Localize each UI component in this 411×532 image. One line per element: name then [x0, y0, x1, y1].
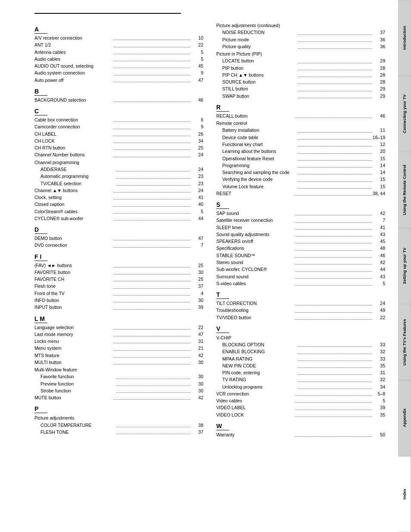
entry-name: LOCATE button: [216, 57, 298, 64]
index-entry: Clock, setting41: [34, 194, 203, 201]
entry-dots: [113, 49, 190, 54]
entry-dots: [116, 173, 190, 178]
entry-page: 9: [190, 123, 203, 130]
entry-page: 11: [372, 127, 385, 134]
entry-dots: [295, 245, 372, 250]
entry-dots: [298, 169, 372, 174]
entry-page: 28: [372, 72, 385, 78]
sidebar-tab-setting-up-your-tv[interactable]: Setting up your TV: [398, 228, 411, 304]
index-entry: LOCATE button29: [216, 57, 385, 64]
entry-name: Channel Number buttons: [34, 151, 113, 158]
sidebar-tabs: IntroductionConnecting your TVUsing the …: [398, 0, 411, 532]
entry-dots: [113, 262, 190, 268]
entry-dots: [295, 238, 372, 243]
entry-name: A/V receiver connection: [34, 34, 113, 41]
index-entry: Picture quality36: [216, 43, 385, 50]
entry-dots: [295, 390, 372, 396]
entry-name: TV/VIDEO button: [216, 314, 295, 321]
entry-name: S-video cables: [216, 280, 295, 287]
index-entry: ENABLE BLOCKING32: [216, 348, 385, 355]
entry-page: 37: [372, 29, 385, 36]
entry-page: 29: [372, 85, 385, 92]
entry-page: 5: [190, 49, 203, 56]
entry-name: Satellite receiver connection: [216, 217, 295, 224]
index-entry: Closed caption40: [34, 201, 203, 208]
index-entry: CH LOCK34: [34, 137, 203, 144]
entry-page: 36: [372, 36, 385, 43]
entry-page: 35: [372, 362, 385, 369]
entry-name: Camcorder connection: [34, 123, 113, 130]
entry-name: MUTE button: [34, 394, 113, 401]
entry-name: NOISE REDUCTION: [216, 29, 298, 36]
entry-page: 32: [372, 376, 385, 383]
section-letter-c: C: [34, 108, 47, 115]
entry-name: CYCLONE® sub-woofer: [34, 215, 113, 222]
entry-name: SWAP button: [216, 93, 298, 100]
index-entry: Programming14: [216, 162, 385, 169]
entry-dots: [113, 77, 190, 82]
index-entry: FLESH TONE37: [34, 429, 203, 436]
entry-name: SOURCE button: [216, 78, 298, 85]
entry-page: 42: [190, 394, 203, 401]
entry-page: 46: [372, 112, 385, 119]
entry-page: 45: [190, 62, 203, 69]
entry-dots: [295, 224, 372, 230]
index-entry: NEW PIN CODE35: [216, 362, 385, 369]
left-column: AA/V receiver connection10ANT 1/222Anten…: [34, 22, 203, 438]
sidebar-tab-using-the-remote-control[interactable]: Using the Remote Control: [398, 152, 411, 228]
index-entry: Preview function30: [34, 380, 203, 387]
index-entry: ANT 1/222: [34, 41, 203, 48]
entry-page: 38: [190, 422, 203, 429]
index-entry: Operational feature Reset15: [216, 155, 385, 162]
entry-name: ADD/ERASE: [34, 166, 116, 173]
entry-page: 45: [372, 238, 385, 245]
entry-dots: [295, 314, 372, 320]
sidebar-tab-appendix[interactable]: Appendix: [398, 380, 411, 456]
index-entry: Favorite function30: [34, 373, 203, 380]
index-entry: INFO button30: [34, 297, 203, 304]
entry-page: 32: [372, 348, 385, 355]
index-entry: DVD connection7: [34, 242, 203, 249]
entry-name: Video cables: [216, 397, 295, 404]
entry-name: MPAA RATING: [216, 355, 298, 362]
entry-dots: [113, 235, 190, 240]
entry-page: 39: [190, 304, 203, 311]
sidebar-tab-using-the-tv's-features[interactable]: Using the TV's Features: [398, 304, 411, 380]
entry-name: TV RATING: [216, 376, 298, 383]
entry-page: 14: [372, 162, 385, 169]
entry-page: 42: [372, 259, 385, 266]
index-entry: Device code table16–19: [216, 134, 385, 141]
entry-page: 31: [372, 369, 385, 376]
entry-name: NEW PIN CODE: [216, 362, 298, 369]
entry-page: 12: [372, 141, 385, 148]
section-letter-r: R: [216, 104, 229, 112]
index-entry: A/V receiver connection10: [34, 34, 203, 41]
entry-dots: [113, 338, 190, 343]
entry-name: TILT CORRECTION: [216, 300, 295, 307]
entry-name: INFO button: [34, 297, 113, 304]
entry-name: ENABLE BLOCKING: [216, 348, 298, 355]
entry-page: 7: [190, 242, 203, 249]
entry-page: 28: [372, 78, 385, 85]
index-entry: DEMO button47: [34, 235, 203, 242]
entry-page: 22: [190, 324, 203, 331]
index-entry: Surround sound43: [216, 273, 385, 280]
entry-name: Troubleshooting: [216, 307, 295, 314]
entry-page: 44: [190, 215, 203, 222]
entry-page: 14: [372, 169, 385, 176]
entry-page: 35: [372, 411, 385, 418]
index-entry: BLOCKING OPTION33: [216, 341, 385, 348]
entry-dots: [113, 131, 190, 136]
entry-dots: [295, 210, 372, 215]
entry-page: 39: [372, 404, 385, 411]
sidebar-tab-index[interactable]: Index: [398, 456, 411, 532]
index-entry: Volume Lock feature15: [216, 183, 385, 190]
sidebar-tab-introduction[interactable]: Introduction: [398, 0, 411, 76]
entry-name: Stereo sound: [216, 259, 295, 266]
entry-page: 24: [190, 166, 203, 173]
entry-dots: [295, 397, 372, 403]
entry-page: 16–19: [372, 134, 385, 141]
entry-name: PIP CH ▲▼ buttons: [216, 72, 298, 78]
sidebar-tab-connecting-your-tv[interactable]: Connecting your TV: [398, 76, 411, 152]
section-letter-v: V: [216, 325, 229, 333]
